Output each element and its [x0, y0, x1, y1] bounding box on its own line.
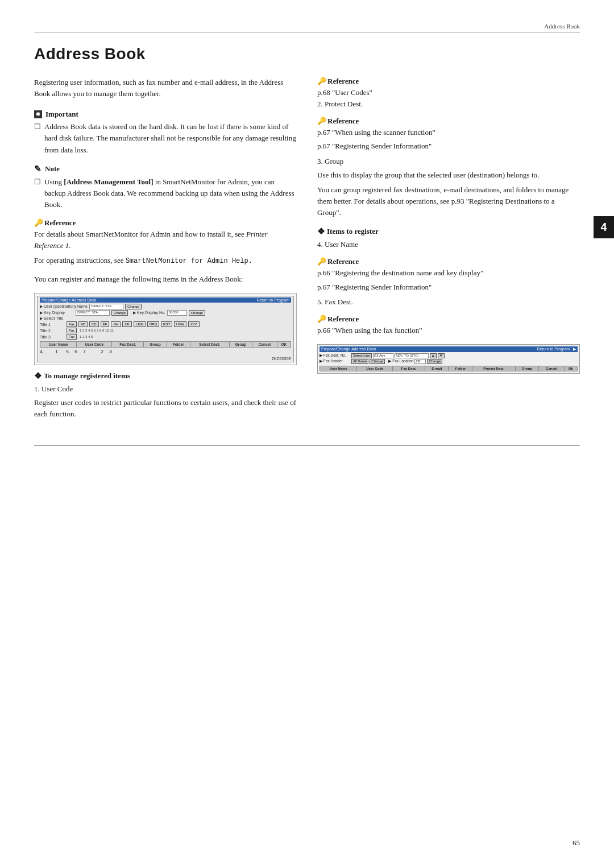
ss1-xyz-btn[interactable]: XYZ: [188, 321, 200, 327]
ss2-change-btn-2[interactable]: Change: [427, 359, 442, 364]
ss1-ijk-btn[interactable]: IJK: [122, 321, 132, 327]
note-title: Note: [45, 164, 60, 173]
ss2-title-text: Prepare/Change Address Book: [321, 347, 376, 352]
reference-1-title: Reference: [44, 218, 76, 228]
ss1-t3-fax[interactable]: Fax: [67, 334, 77, 340]
ss1-lmn-btn[interactable]: LMN: [134, 321, 146, 327]
ss1-label-2: ▶ Key Display: [40, 311, 74, 315]
ss1-num-labels: 4 1 5 6 7 2 3: [40, 349, 291, 354]
ss1-t3-nums: 1 2 3 4 5: [80, 335, 93, 338]
reference-4-title: Reference: [327, 257, 359, 266]
ss1-input-keydisplay: 00058: [167, 310, 187, 316]
ss1-th-usercode: User Code: [77, 342, 112, 348]
ss1-ef-btn[interactable]: EF: [101, 321, 110, 327]
to-manage-title: To manage registered items: [44, 371, 130, 381]
reference-4-label: 🔑 Reference: [317, 257, 580, 266]
label-1: 1: [55, 349, 58, 354]
chapter-tab: 4: [594, 216, 614, 238]
ss2-header-label: ▶ Fax Header: [320, 359, 350, 363]
diamond-icon-2: ❖: [317, 226, 325, 237]
label-6: 6: [74, 349, 77, 354]
ss2-fax-location-label: ▶ Fax Location: [388, 359, 413, 363]
ss1-fax-btn[interactable]: Fax: [67, 321, 77, 327]
ss1-th-group2: Group: [229, 342, 252, 348]
item-4-num: 4. User Name: [317, 239, 580, 250]
reference-2-block: 🔑 Reference p.68 "User Codes" 2. Protect…: [317, 77, 580, 110]
ss1-gh-btn[interactable]: GH: [111, 321, 121, 327]
ss1-title-bar: Prepare/Change Address Book Return to Pr…: [40, 297, 291, 303]
ss1-t2-fax[interactable]: Fax: [67, 328, 77, 333]
ss1-table: User Name User Code Fax Dest. Group Fold…: [40, 341, 291, 348]
reference-1-text-2: For operating instructions, see SmartNet…: [34, 255, 297, 267]
ss1-btn-change-3[interactable]: Change: [189, 310, 205, 316]
reference-2-line-1: p.68 "User Codes": [317, 87, 580, 98]
important-label: ✱ Important: [34, 110, 297, 119]
ss1-input-2: DIRECT. STA.: [76, 310, 110, 316]
ss2-adv-input: ADV. TO (STC): [395, 353, 429, 358]
note-item-1: ☐ Using [Address Management Tool] in Sma…: [34, 176, 297, 210]
page-container: Address Book Address Book Registering us…: [0, 0, 614, 868]
ss1-row-1: ▶ User (Destination) Name DIRECT. STA. C…: [40, 304, 291, 309]
item-1-num: 1. User Code: [34, 383, 297, 395]
ss1-ab-btn[interactable]: AB: [78, 321, 88, 327]
ss1-title2-row: Title 2 Fax 1 2 3 4 5 6 7 8 9 10 11: [40, 328, 291, 333]
label-4: 4: [40, 349, 43, 354]
ss2-header-row: ▶ Fax Header All Name Change ▶ Fax Locat…: [320, 359, 578, 364]
items-list: 1. User Code Register user codes to rest…: [34, 383, 297, 420]
label-3: 3: [109, 349, 112, 354]
ref-italic: Printer Reference 1: [34, 230, 268, 250]
ss1-cd-btn[interactable]: CD: [89, 321, 99, 327]
note-label: ✎ Note: [34, 164, 297, 174]
reference-3-label: 🔑 Reference: [317, 117, 580, 126]
ss2-down-btn[interactable]: ▼: [438, 353, 445, 358]
ss2-up-btn[interactable]: ▲: [430, 353, 437, 358]
ss2-allname-btn[interactable]: All Name: [351, 359, 368, 364]
ss2-fax-label: ▶ Fax Dest. No.: [320, 353, 350, 358]
header-bar: Address Book: [34, 23, 580, 30]
ss2-select-line-btn[interactable]: Select Line: [351, 353, 372, 358]
reference-2-label: 🔑 Reference: [317, 77, 580, 86]
items-to-register-block: ❖ Items to register 4. User Name: [317, 226, 580, 250]
chapter-number: 4: [600, 221, 607, 233]
note-icon: ✎: [34, 164, 42, 174]
note-text-1: Using [Address Management Tool] in Smart…: [44, 176, 297, 210]
ss2-th-cancel: Cancel: [539, 366, 564, 371]
ss1-rst-btn[interactable]: RST: [161, 321, 172, 327]
ss1-btn-change-2[interactable]: Change: [111, 310, 128, 316]
key-icon-4: 🔑: [317, 257, 326, 266]
ss1-btn-change-1[interactable]: Change: [125, 304, 142, 309]
note-block: ✎ Note ☐ Using [Address Management Tool]…: [34, 164, 297, 210]
reference-3-line-3: 3. Group: [317, 156, 580, 167]
ss2-table: User Name User Code Fax Dest. E-mail Fol…: [320, 366, 578, 371]
key-icon-2: 🔑: [317, 77, 326, 86]
ss1-opq-btn[interactable]: OPQ: [147, 321, 159, 327]
reference-3-group-desc-1: Use this to display the group that the s…: [317, 170, 580, 181]
ss2-g3-input: G3 Adv.: [373, 353, 393, 358]
ref-monospace: SmartNetMonitor for Admin Help.: [126, 257, 252, 265]
ss2-th-username: User Name: [320, 366, 357, 371]
reference-1-label: 🔑 Reference: [34, 218, 297, 228]
ss1-uvw-btn[interactable]: UVW: [174, 321, 186, 327]
reference-2-title: Reference: [327, 77, 359, 86]
reference-3-block: 🔑 Reference p.67 "When using the scanner…: [317, 117, 580, 218]
checkbox-icon: ☐: [34, 122, 41, 131]
ss1-th-folder: Folder: [167, 342, 190, 348]
ss2-th-group: Group: [515, 366, 538, 371]
page-number: 65: [572, 838, 580, 848]
reference-1-block: 🔑 Reference For details about SmartNetMo…: [34, 218, 297, 267]
ss2-fax-row: ▶ Fax Dest. No. Select Line G3 Adv. ADV.…: [320, 353, 578, 358]
ss1-row-2: ▶ Key Display DIRECT. STA. Change ▶ Key …: [40, 310, 291, 316]
ss1-th-username: User Name: [40, 342, 77, 348]
diamond-icon-1: ❖: [34, 371, 42, 381]
ss1-t2-nums: 1 2 3 4 5 6 7 8 9 10 11: [80, 329, 114, 332]
key-icon-3: 🔑: [317, 117, 326, 126]
items-to-register-title: Items to register: [327, 227, 379, 236]
important-icon: ✱: [34, 110, 42, 118]
header-section-name: Address Book: [544, 23, 580, 30]
ss1-title: Prepare/Change Address Book: [42, 298, 97, 302]
ss1-title1-label: Title 1: [40, 323, 65, 326]
ss1-input-1: DIRECT. STA.: [89, 304, 123, 309]
can-register-block: You can register and manage the followin…: [34, 274, 297, 285]
ss2-change-btn[interactable]: Change: [370, 359, 385, 364]
important-item-1: ☐ Address Book data is stored on the har…: [34, 121, 297, 155]
